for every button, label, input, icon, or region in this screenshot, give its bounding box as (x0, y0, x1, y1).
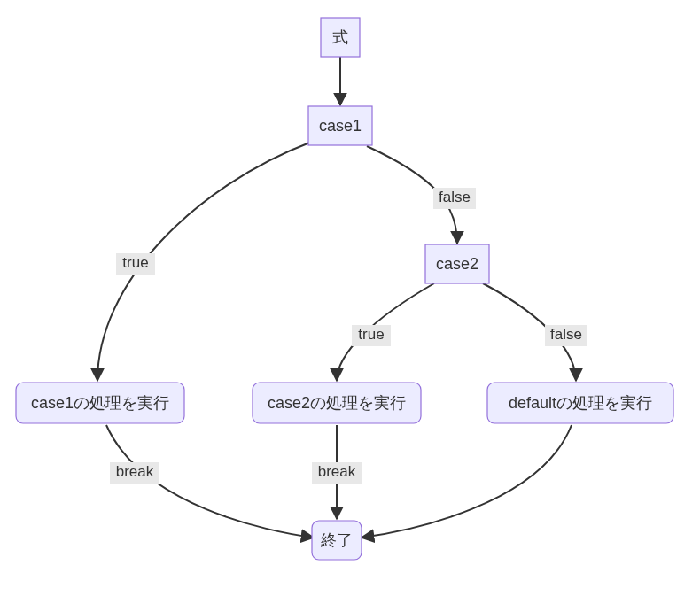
node-procD: defaultの処理を実行 (487, 383, 673, 423)
edge-label-proc1-break: break (116, 463, 154, 480)
svg-text:case2: case2 (436, 255, 478, 273)
svg-text:case1の処理を実行: case1の処理を実行 (31, 394, 169, 412)
edge-label-case1-true: true (122, 254, 148, 271)
edge-label-case2-false: false (550, 326, 582, 343)
svg-text:式: 式 (332, 28, 348, 46)
node-proc1: case1の処理を実行 (16, 383, 184, 423)
node-case1: case1 (308, 106, 372, 145)
svg-text:case1: case1 (319, 117, 362, 135)
node-end: 終了 (312, 521, 362, 560)
node-expr: 式 (321, 18, 360, 57)
svg-text:defaultの処理を実行: defaultの処理を実行 (509, 394, 652, 412)
edge-procD-end (362, 425, 572, 538)
edge-label-case1-false: false (439, 189, 471, 205)
svg-text:終了: 終了 (320, 531, 353, 549)
node-proc2: case2の処理を実行 (253, 383, 421, 423)
edge-label-case2-true: true (358, 326, 384, 343)
svg-text:case2の処理を実行: case2の処理を実行 (268, 394, 406, 412)
edge-label-proc2-break: break (318, 463, 356, 480)
node-case2: case2 (425, 244, 489, 283)
